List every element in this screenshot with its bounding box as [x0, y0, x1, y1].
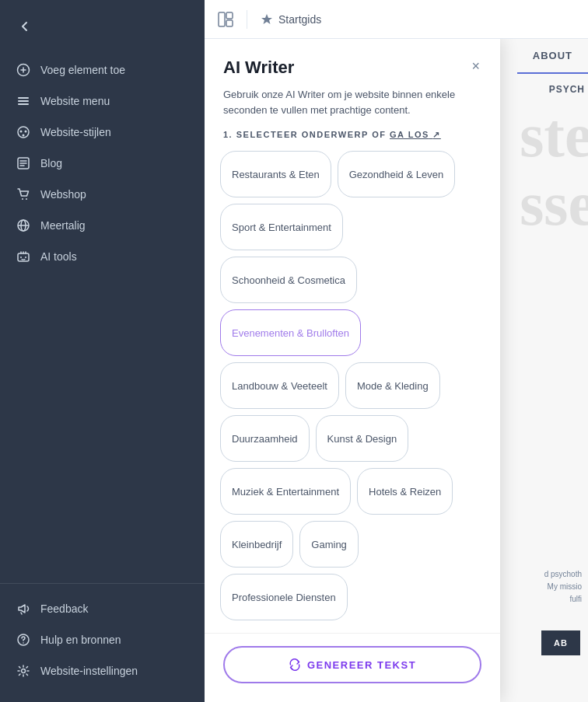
preview-small-text: d psychothMy missiofulfi	[538, 565, 588, 609]
sidebar: Voeg element toe Website menu	[0, 0, 205, 702]
megaphone-icon	[16, 601, 31, 616]
generate-button[interactable]: GENEREER TEKST	[223, 646, 481, 683]
cart-icon	[16, 187, 31, 202]
modal-header: AI Writer ×	[205, 39, 500, 87]
svg-rect-19	[219, 12, 225, 26]
tag-kleinbedrijf[interactable]: Kleinbedrijf	[220, 521, 293, 568]
svg-point-10	[26, 198, 27, 200]
preview-big-text: ste sse	[520, 101, 588, 238]
modal-section-label: 1. SELECTEER ONDERWERP OF GA LOS ↗	[205, 130, 500, 151]
startgids-button[interactable]: Startgids	[260, 12, 321, 26]
sidebar-nav: Voeg element toe Website menu	[0, 48, 205, 583]
tag-gaming[interactable]: Gaming	[299, 521, 359, 568]
settings-icon	[16, 663, 31, 679]
arrow-icon: ↗	[432, 130, 441, 139]
sidebar-item-label: Blog	[40, 157, 62, 169]
tag-kunst[interactable]: Kunst & Design	[316, 415, 409, 462]
svg-rect-3	[18, 103, 29, 105]
tag-professionele[interactable]: Professionele Diensten	[220, 574, 348, 620]
tag-restaurants[interactable]: Restaurants & Eten	[220, 151, 331, 197]
modal-area: ABOUT PSYCH ste sse d psychothMy missiof…	[205, 39, 588, 702]
sidebar-item-meertalig[interactable]: Meertalig	[0, 210, 205, 241]
tag-mode[interactable]: Mode & Kleding	[345, 362, 440, 409]
sidebar-item-hulp[interactable]: Hulp en bronnen	[0, 624, 205, 655]
preview-about-tab: ABOUT	[517, 39, 588, 74]
tag-gezondheid[interactable]: Gezondheid & Leven	[338, 151, 455, 197]
layout-icon[interactable]	[217, 11, 234, 28]
sidebar-item-blog[interactable]: Blog	[0, 148, 205, 179]
sidebar-top	[0, 0, 205, 48]
preview-psych: PSYCH	[546, 78, 588, 101]
sidebar-item-website-stijlen[interactable]: Website-stijlen	[0, 117, 205, 148]
refresh-icon	[289, 658, 301, 671]
palette-icon	[16, 124, 31, 140]
modal-description: Gebruik onze AI Writer om je website bin…	[205, 87, 500, 130]
sidebar-item-label: Website menu	[40, 95, 110, 107]
topbar-divider	[247, 10, 247, 29]
sidebar-item-label: AI tools	[40, 250, 77, 263]
globe-icon	[16, 218, 31, 233]
svg-point-5	[20, 131, 23, 133]
tag-muziek[interactable]: Muziek & Entertainment	[220, 468, 351, 515]
edit-icon	[16, 155, 31, 171]
svg-rect-2	[18, 100, 29, 102]
sidebar-item-voeg-element[interactable]: Voeg element toe	[0, 54, 205, 86]
menu-icon	[16, 93, 31, 109]
tags-container: Restaurants & EtenGezondheid & LevenSpor…	[205, 151, 500, 633]
svg-rect-13	[18, 253, 29, 261]
startgids-label: Startgids	[278, 13, 321, 26]
modal-title: AI Writer	[223, 58, 294, 78]
ai-icon	[16, 249, 31, 264]
sidebar-item-website-menu[interactable]: Website menu	[0, 86, 205, 117]
sidebar-item-label: Voeg element toe	[40, 64, 125, 76]
sidebar-item-ai-tools[interactable]: AI tools	[0, 241, 205, 272]
svg-point-9	[22, 198, 23, 200]
sidebar-item-feedback[interactable]: Feedback	[0, 593, 205, 624]
main-area: Startgids ABOUT PSYCH ste sse d psychoth…	[205, 0, 588, 702]
tag-sport[interactable]: Sport & Entertainment	[220, 204, 343, 250]
svg-rect-20	[226, 12, 233, 19]
tag-duurzaamheid[interactable]: Duurzaamheid	[220, 415, 310, 462]
tag-evenementen[interactable]: Evenementen & Brulloften	[220, 309, 361, 356]
help-circle-icon	[16, 632, 31, 648]
ga-los-link[interactable]: GA LOS ↗	[390, 130, 441, 139]
svg-point-14	[20, 257, 22, 258]
svg-rect-21	[226, 20, 233, 26]
sidebar-item-label: Meertalig	[40, 219, 86, 232]
svg-point-18	[22, 669, 26, 673]
sidebar-item-instellingen[interactable]: Website-instellingen	[0, 655, 205, 686]
close-button[interactable]: ×	[470, 58, 481, 75]
svg-point-6	[25, 131, 27, 133]
generate-btn-label: GENEREER TEKST	[307, 659, 416, 671]
sidebar-item-label: Website-stijlen	[40, 126, 111, 138]
tag-landbouw[interactable]: Landbouw & Veeteelt	[220, 362, 339, 409]
back-button[interactable]	[12, 14, 37, 39]
sidebar-item-webshop[interactable]: Webshop	[0, 179, 205, 210]
plus-circle-icon	[16, 62, 31, 78]
sidebar-item-label: Hulp en bronnen	[40, 634, 121, 646]
tag-hotels[interactable]: Hotels & Reizen	[357, 468, 453, 515]
ai-writer-modal: AI Writer × Gebruik onze AI Writer om je…	[205, 39, 500, 702]
sidebar-item-label: Website-instellingen	[40, 665, 138, 677]
sidebar-item-label: Webshop	[40, 188, 86, 201]
tag-schoonheid[interactable]: Schoonheid & Cosmetica	[220, 257, 357, 303]
sidebar-item-label: Feedback	[40, 602, 88, 615]
sidebar-bottom: Feedback Hulp en bronnen Website-instel	[0, 583, 205, 702]
topbar: Startgids	[205, 0, 588, 39]
svg-point-17	[23, 642, 24, 644]
modal-footer: GENEREER TEKST	[205, 633, 500, 702]
preview-ab-button: AB	[541, 630, 580, 655]
svg-rect-1	[18, 97, 29, 99]
svg-point-7	[23, 134, 25, 137]
svg-point-15	[25, 257, 26, 258]
